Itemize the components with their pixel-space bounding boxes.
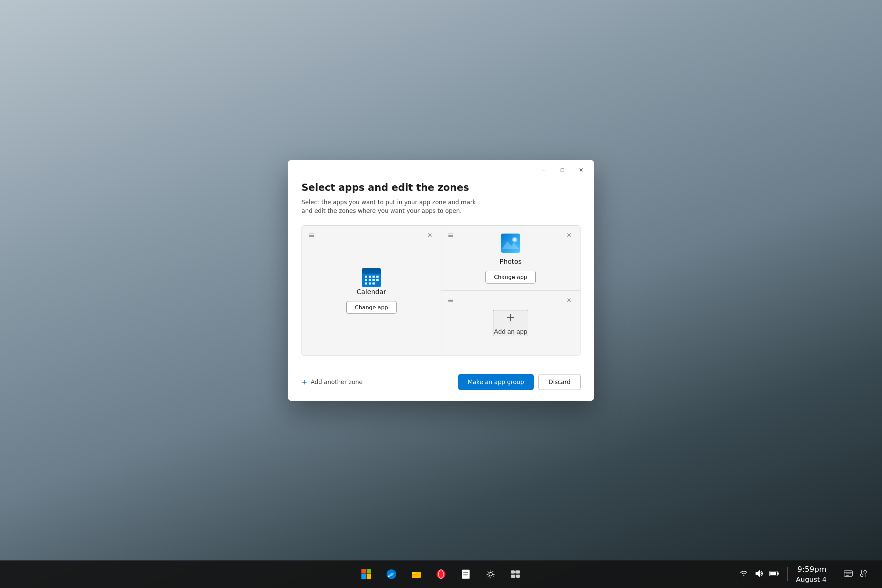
photos-change-app-button[interactable]: Change app	[486, 271, 536, 284]
make-group-button[interactable]: Make an app group	[458, 374, 534, 390]
svg-rect-19	[367, 569, 371, 573]
svg-point-32	[489, 573, 492, 576]
svg-rect-9	[372, 279, 375, 281]
explorer-icon	[411, 569, 422, 579]
edge-icon	[386, 569, 396, 579]
svg-rect-34	[515, 570, 520, 573]
svg-rect-33	[511, 570, 515, 573]
zone-top-right-close-btn[interactable]: ✕	[564, 231, 574, 240]
svg-rect-11	[365, 282, 367, 285]
svg-rect-39	[777, 573, 778, 574]
photos-app-name: Photos	[500, 258, 522, 265]
taskbar-settings-icon[interactable]	[482, 565, 500, 583]
svg-rect-18	[362, 569, 366, 573]
dialog-title: Select apps and edit the zones	[302, 182, 580, 193]
svg-marker-37	[756, 570, 760, 577]
taskbar-quicksettings-icon[interactable]	[859, 569, 868, 580]
dialog-titlebar: − □ ✕	[288, 160, 594, 176]
svg-rect-36	[516, 574, 520, 578]
zone-bottom-right-controls: ≡ ✕	[441, 296, 580, 305]
add-zone-label: Add another zone	[311, 379, 363, 386]
taskbar-wifi-icon[interactable]	[739, 568, 748, 580]
quicksettings-svg	[859, 569, 868, 578]
svg-rect-20	[362, 574, 366, 579]
svg-rect-10	[376, 279, 379, 281]
taskbar-explorer-icon[interactable]	[407, 565, 425, 583]
app-zones-dialog: − □ ✕ Select apps and edit the zones Sel…	[288, 160, 594, 401]
zone-top-right-drag-handle[interactable]: ≡	[447, 231, 454, 240]
taskbar-date: August 4	[796, 574, 826, 584]
svg-point-26	[436, 570, 446, 579]
taskbar: 9:59pm August 4	[0, 561, 882, 588]
settings-icon	[486, 569, 496, 579]
svg-rect-2	[362, 272, 381, 273]
svg-rect-5	[372, 276, 375, 278]
windows-icon	[362, 569, 372, 579]
svg-point-46	[864, 570, 867, 573]
svg-rect-25	[412, 572, 416, 574]
wifi-svg	[739, 568, 748, 578]
zone-bottom-right-close-btn[interactable]: ✕	[564, 296, 574, 305]
zone-left-close-btn[interactable]: ✕	[425, 231, 435, 240]
discard-button[interactable]: Discard	[538, 374, 580, 390]
add-app-button[interactable]: + Add an app	[493, 310, 528, 336]
zone-bottom-right-drag-handle[interactable]: ≡	[447, 296, 454, 305]
svg-rect-3	[365, 276, 367, 278]
svg-rect-7	[365, 279, 367, 281]
svg-rect-4	[369, 276, 371, 278]
taskbar-edge-icon[interactable]	[382, 565, 400, 583]
taskbar-right: 9:59pm August 4	[739, 564, 868, 585]
taskbar-speaker-icon[interactable]	[754, 569, 764, 580]
notepad-icon	[460, 569, 471, 579]
taskbar-time: 9:59pm	[796, 564, 826, 575]
calendar-svg	[362, 268, 381, 287]
svg-rect-8	[369, 279, 371, 281]
zone-left-drag-handle[interactable]: ≡	[308, 231, 315, 240]
dialog-content: Select apps and edit the zones Select th…	[288, 176, 594, 367]
maximize-button[interactable]: □	[554, 164, 570, 176]
svg-rect-40	[770, 572, 776, 575]
add-app-label: Add an app	[494, 328, 527, 336]
zone-bottom-right: ≡ ✕ + Add an app	[441, 291, 580, 356]
taskbar-divider-2	[835, 567, 835, 581]
taskbar-center	[358, 565, 524, 583]
zones-grid: ≡ ✕	[302, 225, 580, 356]
calendar-change-app-button[interactable]: Change app	[346, 301, 396, 314]
dialog-subtitle: Select the apps you want to put in your …	[302, 198, 481, 216]
taskbar-taskview-icon[interactable]	[507, 565, 524, 583]
zone-left: ≡ ✕	[302, 226, 441, 356]
svg-rect-21	[367, 574, 371, 579]
add-zone-plus-icon: +	[302, 378, 308, 386]
close-button[interactable]: ✕	[573, 164, 589, 176]
taskbar-start-button[interactable]	[358, 565, 375, 583]
dialog-footer: + Add another zone Make an app group Dis…	[288, 367, 594, 401]
taskbar-notepad-icon[interactable]	[457, 565, 475, 583]
calendar-app-name: Calendar	[357, 288, 386, 296]
taskbar-battery-icon[interactable]	[770, 570, 779, 579]
svg-rect-12	[369, 282, 371, 285]
svg-point-45	[860, 574, 863, 577]
zone-top-right: ≡ ✕	[441, 226, 580, 291]
taskbar-divider	[787, 567, 788, 581]
taskbar-clock[interactable]: 9:59pm August 4	[796, 564, 826, 585]
minimize-button[interactable]: −	[536, 164, 552, 176]
speaker-svg	[754, 569, 764, 578]
svg-rect-6	[376, 276, 379, 278]
add-icon: +	[507, 311, 514, 324]
notification-svg	[843, 569, 853, 578]
zone-left-controls: ≡ ✕	[302, 231, 441, 240]
svg-rect-35	[511, 574, 515, 578]
svg-rect-13	[372, 282, 375, 285]
dialog-overlay: − □ ✕ Select apps and edit the zones Sel…	[0, 0, 882, 561]
opera-icon	[436, 569, 446, 579]
battery-svg	[770, 570, 779, 578]
taskbar-opera-icon[interactable]	[432, 565, 450, 583]
footer-actions: Make an app group Discard	[458, 374, 580, 390]
taskview-icon	[510, 569, 520, 579]
zone-top-right-controls: ≡ ✕	[441, 231, 580, 240]
calendar-app-icon	[361, 267, 382, 288]
taskbar-notification-icon[interactable]	[843, 569, 853, 580]
add-zone-button[interactable]: + Add another zone	[302, 375, 363, 389]
